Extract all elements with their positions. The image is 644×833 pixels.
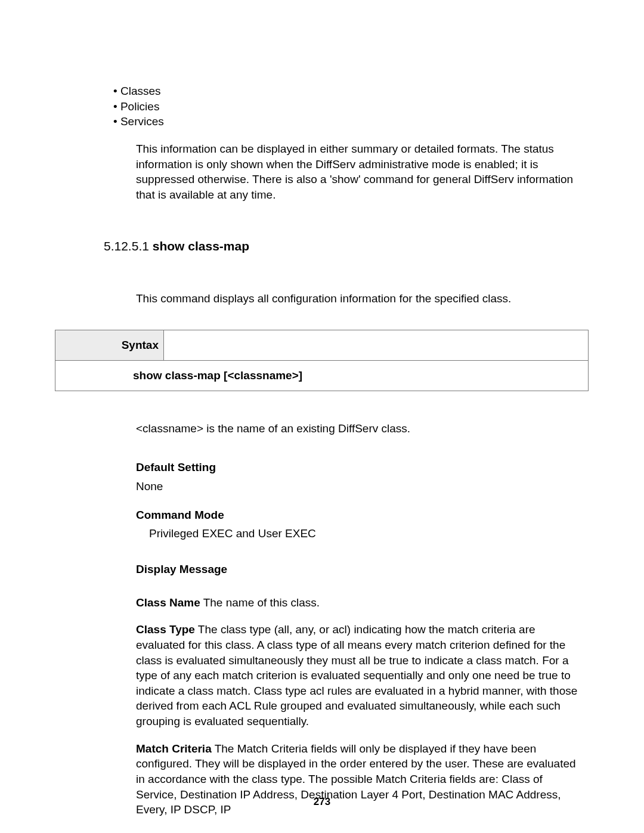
bullet-item: Policies bbox=[113, 99, 590, 114]
field-class-type: Class Type The class type (all, any, or … bbox=[136, 622, 584, 729]
section-description: This command displays all configuration … bbox=[136, 291, 584, 306]
details-block: <classname> is the name of an existing D… bbox=[136, 421, 584, 817]
syntax-command-cell: show class-map [<classname>] bbox=[55, 361, 589, 391]
bullet-item: Services bbox=[113, 114, 590, 129]
field-type-text: The class type (all, any, or acl) indica… bbox=[136, 623, 577, 727]
command-mode-label: Command Mode bbox=[136, 507, 584, 523]
intro-paragraph: This information can be displayed in eit… bbox=[136, 141, 584, 203]
classname-paragraph: <classname> is the name of an existing D… bbox=[136, 421, 584, 436]
syntax-table: Syntax show class-map [<classname>] bbox=[55, 330, 589, 391]
section-heading: 5.12.5.1 show class-map bbox=[104, 238, 590, 255]
bullet-list: Classes Policies Services bbox=[113, 83, 590, 129]
document-page: Classes Policies Services This informati… bbox=[0, 0, 644, 833]
section-number: 5.12.5.1 bbox=[104, 239, 149, 253]
section-title: show class-map bbox=[153, 239, 249, 253]
syntax-empty-cell bbox=[164, 330, 589, 361]
page-number: 273 bbox=[0, 795, 644, 809]
default-setting-label: Default Setting bbox=[136, 460, 584, 475]
field-class-name: Class Name The name of this class. bbox=[136, 595, 584, 611]
default-setting-value: None bbox=[136, 479, 584, 494]
field-match-label: Match Criteria bbox=[136, 742, 212, 755]
syntax-label-cell: Syntax bbox=[55, 330, 164, 361]
field-type-label: Class Type bbox=[136, 623, 195, 636]
bullet-item: Classes bbox=[113, 83, 590, 99]
field-name-text: The name of this class. bbox=[200, 596, 320, 609]
display-message-label: Display Message bbox=[136, 562, 584, 577]
field-name-label: Class Name bbox=[136, 596, 200, 609]
command-mode-value: Privileged EXEC and User EXEC bbox=[149, 526, 584, 541]
